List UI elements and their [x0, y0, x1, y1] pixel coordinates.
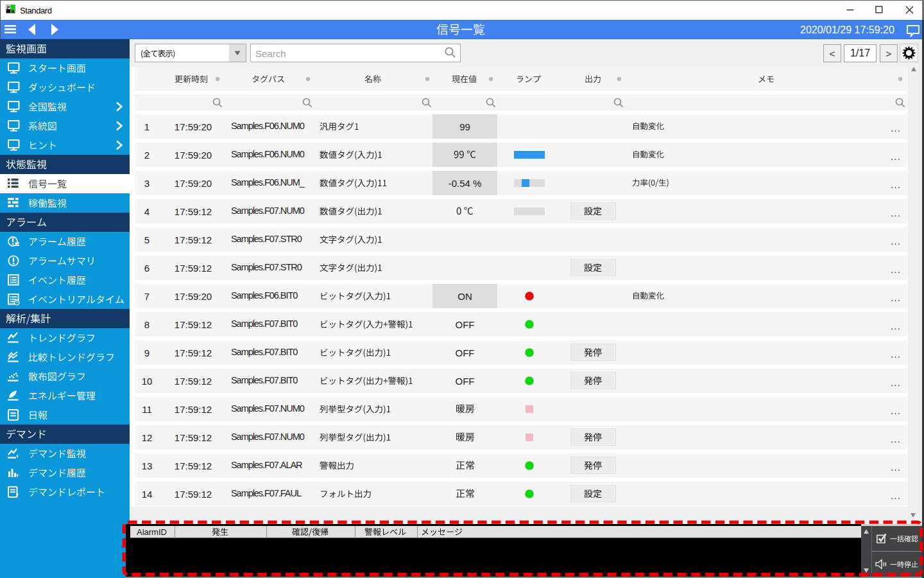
svg-text:P: P	[7, 4, 10, 10]
svg-text:B: B	[12, 9, 15, 13]
